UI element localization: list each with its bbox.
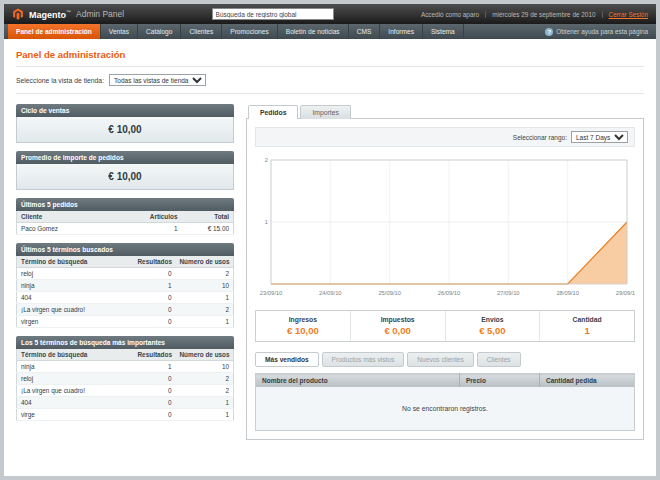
tab-pedidos[interactable]: Pedidos: [248, 105, 298, 119]
cell-uses: 1: [176, 397, 234, 409]
table-header-row: Término de búsqueda Resultados Número de…: [17, 349, 234, 361]
table-row[interactable]: 404 0 1: [17, 292, 234, 304]
totals-bar: Ingresos € 10,00 Impuestos € 0,00 Envíos…: [255, 310, 635, 342]
range-select[interactable]: Last 7 Days: [571, 131, 628, 143]
total-value: € 10,00: [258, 325, 348, 336]
total-label: Envíos: [448, 316, 538, 323]
logo-text: Magento™: [29, 9, 71, 20]
store-view-select[interactable]: Todas las vistas de tienda: [109, 74, 206, 86]
cell-term: ¡La virgen que cuadro!: [17, 385, 134, 397]
empty-row: No se encontraron registros.: [256, 387, 635, 431]
last-orders-box: Últimos 5 pedidos Cliente Artículos Tota…: [16, 198, 234, 235]
cell-uses: 2: [176, 304, 234, 316]
box-title-top-search: Los 5 términos de búsqueda más important…: [16, 336, 234, 349]
nav-item-cms[interactable]: CMS: [349, 24, 381, 39]
cell-results: 0: [134, 385, 176, 397]
last-search-box: Últimos 5 términos buscados Término de b…: [16, 243, 234, 328]
help-link[interactable]: ? Obtener ayuda para esta página: [545, 24, 652, 39]
tab-mas-vendidos[interactable]: Más vendidos: [255, 352, 319, 367]
cell-uses: 2: [176, 268, 234, 280]
browser-viewport: Magento™ Admin Panel Accedió como aparo …: [0, 0, 660, 480]
right-column: Pedidos Importes Seleccionar rango: Last…: [246, 104, 644, 440]
cell-term: 404: [17, 292, 134, 304]
logo-tm: ™: [66, 9, 71, 15]
svg-text:26/09/10: 26/09/10: [438, 290, 461, 296]
store-view-switcher: Seleccione la vista de tienda: Todas las…: [16, 67, 644, 94]
cell-results: 0: [134, 316, 176, 328]
cell-term: 404: [17, 397, 134, 409]
nav-item-ventas[interactable]: Ventas: [101, 24, 138, 39]
table-row[interactable]: Paco Gomez 1 € 15.00: [17, 223, 234, 235]
nav-item-catalogo[interactable]: Catálogo: [138, 24, 181, 39]
col-header-uses: Número de usos: [176, 349, 234, 361]
total-ingresos: Ingresos € 10,00: [256, 311, 350, 341]
table-row[interactable]: ninja 1 10: [17, 280, 234, 292]
cell-results: 0: [134, 397, 176, 409]
left-column: Ciclo de ventas € 10,00 Promedio de impo…: [16, 104, 234, 429]
table-row[interactable]: reloj 0 2: [17, 268, 234, 280]
nav-item-boletin[interactable]: Boletín de noticias: [278, 24, 349, 39]
nav-bar: Panel de administración Ventas Catálogo …: [4, 24, 656, 39]
col-header-results: Resultados: [134, 349, 176, 361]
cell-total: € 15.00: [182, 223, 234, 235]
cell-results: 1: [134, 361, 176, 373]
table-row[interactable]: 404 0 1: [17, 397, 234, 409]
tab-nuevos-clientes[interactable]: Nuevos clientes: [407, 352, 474, 367]
lifetime-sales-value: € 10,00: [16, 117, 234, 143]
col-header-uses: Número de usos: [176, 256, 234, 268]
tab-clientes[interactable]: Clientes: [477, 352, 521, 367]
table-header-row: Cliente Artículos Total: [17, 211, 234, 223]
cell-results: 0: [134, 268, 176, 280]
total-value: 1: [542, 325, 632, 336]
table-row[interactable]: reloj 0 2: [17, 373, 234, 385]
table-row[interactable]: ninja 1 10: [17, 361, 234, 373]
global-search-input[interactable]: [212, 8, 334, 20]
svg-text:27/09/10: 27/09/10: [497, 290, 520, 296]
cell-customer: Paco Gomez: [17, 223, 140, 235]
tab-productos-mas-vistos[interactable]: Productos más vistos: [322, 352, 405, 367]
total-value: € 0,00: [353, 325, 443, 336]
nav-item-clientes[interactable]: Clientes: [181, 24, 222, 39]
cell-term: ninja: [17, 280, 134, 292]
cell-term: reloj: [17, 373, 134, 385]
table-row[interactable]: ¡La virgen que cuadro! 0 2: [17, 304, 234, 316]
svg-text:2: 2: [265, 157, 268, 163]
content-area: Panel de administración Seleccione la vi…: [4, 39, 656, 450]
table-row[interactable]: virgen 0 1: [17, 316, 234, 328]
total-label: Ingresos: [258, 316, 348, 323]
help-label: Obtener ayuda para esta página: [556, 28, 648, 35]
empty-message: No se encontraron registros.: [256, 387, 635, 431]
top-search-table: Término de búsqueda Resultados Número de…: [16, 349, 234, 421]
tab-importes[interactable]: Importes: [300, 105, 350, 119]
last-orders-table: Cliente Artículos Total Paco Gomez 1 € 1…: [16, 211, 234, 235]
logout-link[interactable]: Cerrar Sesión: [602, 11, 648, 18]
cell-uses: 1: [176, 316, 234, 328]
lifetime-sales-box: Ciclo de ventas € 10,00: [16, 104, 234, 143]
total-impuestos: Impuestos € 0,00: [350, 311, 445, 341]
total-envios: Envíos € 5,00: [445, 311, 540, 341]
cell-term: ¡La virgen que cuadro!: [17, 304, 134, 316]
total-cantidad: Cantidad 1: [539, 311, 634, 341]
cell-term: reloj: [17, 268, 134, 280]
cell-results: 0: [134, 292, 176, 304]
box-title-last-search: Últimos 5 términos buscados: [16, 243, 234, 256]
products-table: Nombre del producto Precio Cantidad pedi…: [255, 373, 635, 431]
total-label: Impuestos: [353, 316, 443, 323]
nav-item-informes[interactable]: Informes: [380, 24, 423, 39]
dashboard-panel: Seleccionar rango: Last 7 Days 23/09/102…: [246, 118, 644, 440]
header-bar: Magento™ Admin Panel Accedió como aparo …: [4, 4, 656, 24]
page-title: Panel de administración: [16, 49, 644, 67]
col-header-price: Precio: [460, 374, 540, 388]
nav-item-promociones[interactable]: Promociones: [222, 24, 277, 39]
last-search-table: Término de búsqueda Resultados Número de…: [16, 256, 234, 328]
chart-wrap: 23/09/1024/09/1025/09/1026/09/1027/09/10…: [255, 152, 635, 304]
table-row[interactable]: ¡La virgen que cuadro! 0 2: [17, 385, 234, 397]
cell-results: 0: [134, 373, 176, 385]
cell-term: ninja: [17, 361, 134, 373]
box-title-last-orders: Últimos 5 pedidos: [16, 198, 234, 211]
date-text: miércoles 29 de septiembre de 2010: [485, 11, 595, 18]
table-row[interactable]: virge 0 1: [17, 409, 234, 421]
orders-chart: 23/09/1024/09/1025/09/1026/09/1027/09/10…: [255, 152, 635, 300]
nav-item-sistema[interactable]: Sistema: [423, 24, 464, 39]
nav-item-dashboard[interactable]: Panel de administración: [8, 24, 101, 39]
